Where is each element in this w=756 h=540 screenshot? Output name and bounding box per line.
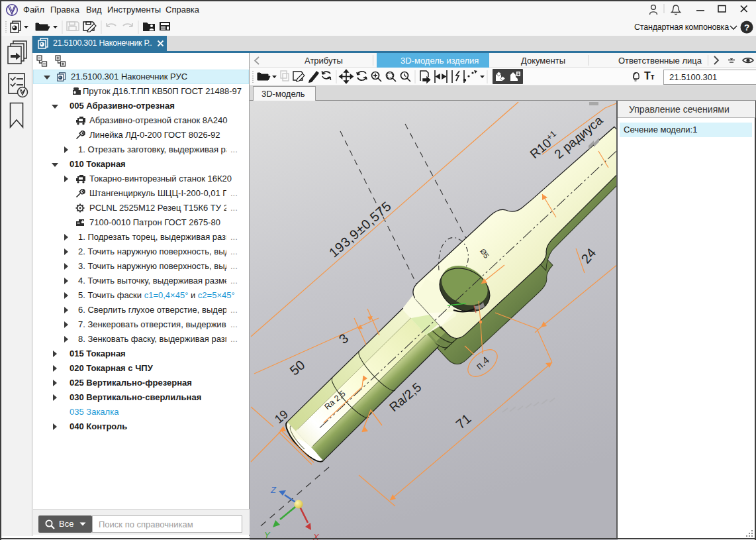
svg-text:Z: Z: [270, 485, 277, 495]
svg-text:?: ?: [744, 23, 749, 32]
